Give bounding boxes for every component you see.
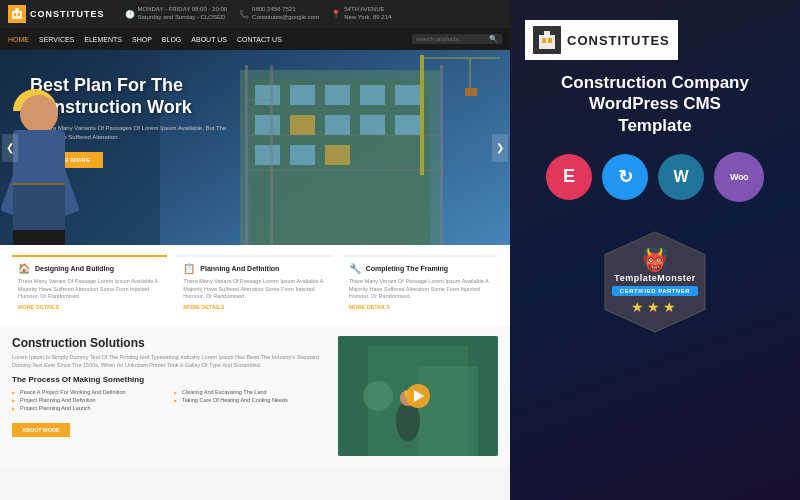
revolution-slider-badge[interactable]: ↻ bbox=[602, 154, 648, 200]
logo-text: CONSTITUTES bbox=[30, 9, 105, 19]
svg-rect-21 bbox=[270, 65, 273, 245]
monster-face-icon: 👹 bbox=[612, 249, 698, 271]
process-item-3: Project Planning And Launch bbox=[12, 404, 166, 412]
hero-section: Best Plan For The Construction Work Ther… bbox=[0, 50, 510, 245]
process-item-2: Project Planning And Definition bbox=[12, 396, 166, 404]
svg-rect-22 bbox=[440, 65, 443, 245]
product-logo-box: CONSTITUTES bbox=[525, 20, 678, 60]
svg-rect-17 bbox=[255, 145, 280, 165]
svg-rect-2 bbox=[14, 13, 16, 16]
wordpress-badge[interactable]: W bbox=[658, 154, 704, 200]
solutions-left: Construction Solutions Lorem Ipsum Is Si… bbox=[12, 336, 328, 456]
elementor-badge[interactable]: E bbox=[546, 154, 592, 200]
process-col-left: Peace A Project For Working And Definiti… bbox=[12, 388, 166, 418]
feature-link-1[interactable]: MORE DETAILS bbox=[18, 304, 161, 310]
woocommerce-badge[interactable]: Woo bbox=[714, 152, 764, 202]
hero-prev-button[interactable]: ❮ bbox=[2, 134, 18, 162]
feature-framing: 🔧 Completing The Framing There Many Vari… bbox=[343, 255, 498, 316]
svg-rect-39 bbox=[542, 38, 546, 43]
svg-rect-33 bbox=[418, 366, 478, 456]
process-columns: Peace A Project For Working And Definiti… bbox=[12, 388, 328, 418]
process-list-left: Peace A Project For Working And Definiti… bbox=[12, 388, 166, 412]
topbar: CONSTITUTES 🕐 MONDAY - FRIDAY 09:00 - 20… bbox=[0, 0, 510, 28]
templatemonster-badge: 👹 TemplateMonster CERTIFIED PARTNER ★★★ bbox=[595, 227, 715, 337]
feature-header-3: 🔧 Completing The Framing bbox=[349, 263, 492, 274]
svg-rect-0 bbox=[12, 11, 22, 19]
svg-rect-11 bbox=[395, 85, 420, 105]
solutions-section: Construction Solutions Lorem Ipsum Is Si… bbox=[0, 326, 510, 466]
svg-rect-26 bbox=[420, 55, 424, 175]
svg-rect-15 bbox=[360, 115, 385, 135]
process-item-1: Peace A Project For Working And Definiti… bbox=[12, 388, 166, 396]
wrench-icon: 🔧 bbox=[349, 263, 361, 274]
svg-rect-19 bbox=[325, 145, 350, 165]
nav-blog[interactable]: BLOG bbox=[162, 36, 181, 43]
about-button[interactable]: ABOUT MORE bbox=[12, 423, 70, 437]
svg-rect-1 bbox=[15, 8, 19, 12]
product-logo-text: CONSTITUTES bbox=[567, 33, 670, 48]
topbar-info: 🕐 MONDAY - FRIDAY 09:00 - 20:00 Saturday… bbox=[125, 6, 392, 22]
feature-link-2[interactable]: MORE DETAILS bbox=[183, 304, 326, 310]
svg-point-32 bbox=[363, 381, 393, 411]
process-list-right: Clearing And Excavating The Land Taking … bbox=[174, 388, 328, 404]
topbar-phone-text: 0800 2456 7521 Constitutes@google.com bbox=[252, 6, 319, 22]
product-title-line1: Construction Company bbox=[561, 73, 749, 92]
nav-contact[interactable]: CONTACT US bbox=[237, 36, 282, 43]
navbar: HOME SERVICES ELEMENTS SHOP BLOG ABOUT U… bbox=[0, 28, 510, 50]
svg-rect-29 bbox=[465, 88, 477, 96]
feature-title-1: Designing And Building bbox=[35, 265, 114, 272]
nav-home[interactable]: HOME bbox=[8, 36, 29, 43]
site-logo: CONSTITUTES bbox=[8, 5, 105, 23]
worker-body bbox=[5, 95, 75, 245]
tm-stars: ★★★ bbox=[612, 299, 698, 315]
process-item-5: Taking Care Of Heating And Cooling Needs bbox=[174, 396, 328, 404]
product-info-panel: CONSTITUTES Construction Company WordPre… bbox=[510, 0, 800, 500]
hero-next-button[interactable]: ❯ bbox=[492, 134, 508, 162]
product-title-line3: Template bbox=[618, 116, 691, 135]
svg-rect-8 bbox=[290, 85, 315, 105]
phone-icon: 📞 bbox=[239, 10, 249, 19]
search-bar[interactable]: 🔍 bbox=[412, 34, 502, 44]
feature-text-3: There Many Variant Of Passage Lorem Ipsu… bbox=[349, 278, 492, 301]
solutions-right bbox=[338, 336, 498, 456]
location-icon: 📍 bbox=[331, 10, 341, 19]
product-title-line2: WordPress CMS bbox=[589, 94, 721, 113]
feature-title-3: Completing The Framing bbox=[366, 265, 448, 272]
features-section: 🏠 Designing And Building There Many Vari… bbox=[0, 245, 510, 326]
feature-text-2: There Many Variant Of Passage Lorem Ipsu… bbox=[183, 278, 326, 301]
website-preview: CONSTITUTES 🕐 MONDAY - FRIDAY 09:00 - 20… bbox=[0, 0, 510, 500]
search-icon[interactable]: 🔍 bbox=[489, 35, 498, 43]
process-col-right: Clearing And Excavating The Land Taking … bbox=[174, 388, 328, 418]
topbar-address-text: 54TH AVENUE New York, 89 214 bbox=[344, 6, 391, 22]
feature-designing: 🏠 Designing And Building There Many Vari… bbox=[12, 255, 167, 316]
solutions-title: Construction Solutions bbox=[12, 336, 328, 350]
solutions-text: Lorem Ipsum Is Simply Dummy Text Of The … bbox=[12, 354, 328, 369]
svg-rect-10 bbox=[360, 85, 385, 105]
nav-about[interactable]: ABOUT US bbox=[191, 36, 227, 43]
worker-torso bbox=[13, 130, 65, 190]
feature-header-1: 🏠 Designing And Building bbox=[18, 263, 161, 274]
topbar-hours: 🕐 MONDAY - FRIDAY 09:00 - 20:00 Saturday… bbox=[125, 6, 228, 22]
worker-head bbox=[20, 95, 58, 133]
feature-header-2: 📋 Planning And Definition bbox=[183, 263, 326, 274]
play-button[interactable] bbox=[406, 384, 430, 408]
search-input[interactable] bbox=[416, 36, 486, 42]
nav-services[interactable]: SERVICES bbox=[39, 36, 74, 43]
product-logo-icon bbox=[533, 26, 561, 54]
svg-rect-9 bbox=[325, 85, 350, 105]
nav-elements[interactable]: ELEMENTS bbox=[84, 36, 122, 43]
feature-planning: 📋 Planning And Definition There Many Var… bbox=[177, 255, 332, 316]
solutions-image bbox=[338, 336, 498, 456]
tm-content: 👹 TemplateMonster CERTIFIED PARTNER ★★★ bbox=[612, 249, 698, 315]
nav-shop[interactable]: SHOP bbox=[132, 36, 152, 43]
feature-text-1: There Many Variant Of Passage Lorem Ipsu… bbox=[18, 278, 161, 301]
svg-rect-14 bbox=[325, 115, 350, 135]
plugin-badges: E ↻ W Woo bbox=[546, 152, 764, 202]
product-title: Construction Company WordPress CMS Templ… bbox=[561, 72, 749, 136]
svg-rect-40 bbox=[548, 38, 552, 43]
nav-links: HOME SERVICES ELEMENTS SHOP BLOG ABOUT U… bbox=[8, 36, 282, 43]
feature-link-3[interactable]: MORE DETAILS bbox=[349, 304, 492, 310]
topbar-hours-text: MONDAY - FRIDAY 09:00 - 20:00 Saturday a… bbox=[138, 6, 228, 22]
svg-rect-3 bbox=[18, 13, 20, 16]
svg-rect-12 bbox=[255, 115, 280, 135]
